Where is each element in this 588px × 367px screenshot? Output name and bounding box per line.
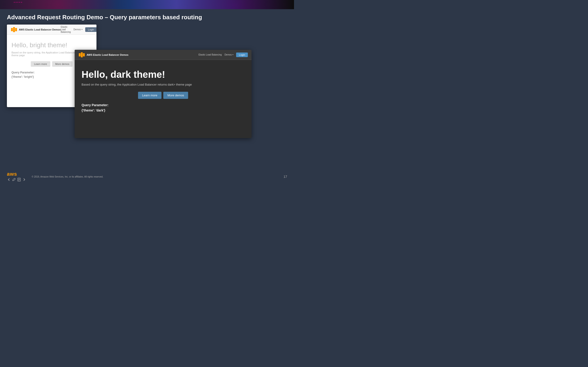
bright-login-button[interactable]: Login: [85, 27, 96, 32]
dark-query-value: {'theme': 'dark'}: [82, 108, 245, 113]
svg-rect-1: [13, 27, 15, 32]
bright-aws-logo: AWS Elastic Load Balancer Demos: [10, 27, 61, 33]
footer: aws: [0, 172, 294, 182]
svg-rect-2: [15, 28, 17, 31]
dots-decoration: [14, 2, 22, 3]
svg-rect-3: [79, 53, 81, 56]
aws-logo-icon-bright: [10, 27, 17, 33]
bright-logo-text: AWS Elastic Load Balancer Demos: [19, 28, 61, 31]
svg-rect-0: [11, 28, 13, 31]
svg-rect-4: [81, 52, 83, 57]
document-icon: [17, 177, 21, 182]
bright-heading: Hello, bright theme!: [11, 42, 92, 49]
dark-logo-text: AWS Elastic Load Balancer Demos: [86, 53, 128, 56]
dark-learn-more-button[interactable]: Learn more: [138, 92, 162, 99]
bright-learn-more-button[interactable]: Learn more: [31, 61, 50, 67]
bright-more-demos-button[interactable]: More demos: [52, 61, 73, 67]
dark-nav-link1: Elastic Load Balancing: [199, 53, 222, 56]
dark-content: Hello, dark theme! Based on the query st…: [75, 60, 251, 117]
slide: Advanced Request Routing Demo – Query pa…: [0, 9, 294, 184]
page-number: 17: [284, 175, 287, 178]
bright-nav-links: Elastic Load Balancing Demos ▾ Login: [61, 26, 96, 33]
dark-navbar: AWS Elastic Load Balancer Demos Elastic …: [75, 50, 251, 60]
footer-copyright: © 2019, Amazon Web Services, Inc. or its…: [32, 175, 103, 178]
dark-nav-demos: Demos ▾: [225, 53, 233, 56]
dark-dropdown-arrow: ▾: [233, 54, 233, 56]
dark-heading: Hello, dark theme!: [82, 69, 245, 80]
bright-dropdown-arrow: ▾: [82, 28, 82, 31]
dark-browser-window: AWS Elastic Load Balancer Demos Elastic …: [75, 50, 251, 138]
footer-nav-icons: [7, 177, 26, 182]
bright-nav-demos: Demos ▾: [73, 28, 82, 31]
dark-nav-links: Elastic Load Balancing Demos ▾ Login: [199, 52, 248, 57]
dark-buttons: Learn more More demos: [82, 92, 245, 99]
aws-logo-icon-dark: [78, 52, 85, 58]
back-icon[interactable]: [7, 177, 11, 182]
svg-rect-5: [83, 53, 85, 56]
aws-footer-text: aws: [7, 172, 17, 177]
top-banner: [0, 0, 294, 9]
forward-icon[interactable]: [22, 177, 26, 182]
dark-query-label: Query Parameter:: [82, 102, 245, 108]
bright-nav-link1: Elastic Load Balancing: [61, 26, 71, 33]
slide-title: Advanced Request Routing Demo – Query pa…: [7, 14, 287, 21]
content-area: AWS Elastic Load Balancer Demos Elastic …: [7, 25, 287, 158]
dark-more-demos-button[interactable]: More demos: [163, 92, 188, 99]
bright-navbar: AWS Elastic Load Balancer Demos Elastic …: [7, 25, 96, 35]
aws-footer-logo: aws: [7, 172, 26, 182]
pencil-icon: [12, 177, 16, 182]
dark-aws-logo: AWS Elastic Load Balancer Demos: [78, 52, 128, 58]
dark-subtitle: Based on the query string, the Applicati…: [82, 83, 245, 86]
dark-query-param: Query Parameter: {'theme': 'dark'}: [82, 102, 245, 113]
dark-login-button[interactable]: Login: [236, 52, 248, 57]
